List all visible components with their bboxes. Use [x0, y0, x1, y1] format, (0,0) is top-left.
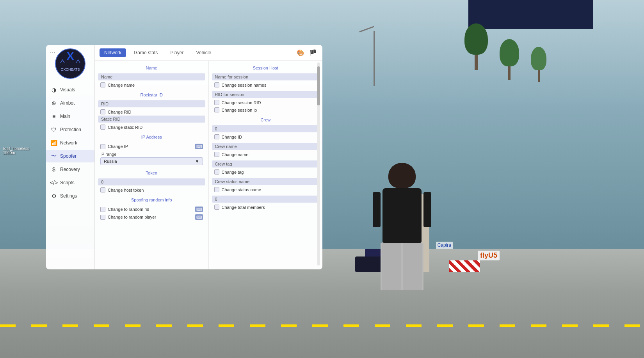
- sidebar-item-label: Spoofer: [60, 153, 76, 159]
- flyus-sign: flyU5: [478, 251, 500, 260]
- capira-sign: Capira: [436, 242, 453, 249]
- field-group-rid-session: RID for session Change session RID Chang…: [212, 91, 320, 114]
- change-session-rid-checkbox[interactable]: [214, 100, 219, 105]
- change-static-rid-row[interactable]: Change static RID: [98, 123, 205, 131]
- change-crew-status-row[interactable]: Change status name: [212, 186, 320, 193]
- total-members-field: 0: [212, 196, 320, 203]
- change-ip-label: Change IP: [108, 144, 128, 149]
- change-session-ip-row[interactable]: Change session ip: [212, 106, 320, 114]
- sidebar-item-settings[interactable]: ⚙ Settings: [46, 190, 94, 202]
- tab-vehicle[interactable]: Vehicle: [191, 48, 216, 57]
- change-crew-id-checkbox[interactable]: [214, 134, 219, 139]
- change-session-names-label: Change session names: [222, 83, 267, 87]
- svg-text:OXCHEATS: OXCHEATS: [61, 68, 80, 71]
- scrollbar-track[interactable]: [317, 62, 320, 265]
- player-distance: 1900m: [3, 151, 29, 155]
- field-group-crew-tag: Crew tag Change tag: [212, 160, 320, 176]
- change-crew-tag-checkbox[interactable]: [214, 169, 219, 175]
- field-group-ip: Change IP IP range Russia ▼: [98, 142, 205, 167]
- field-group-name: Name Change name: [98, 73, 205, 89]
- change-crew-tag-label: Change tag: [222, 170, 244, 175]
- sidebar-item-label: Scripts: [60, 180, 75, 185]
- main-content: Network Game stats Player Vehicle 🎨 🏴 Na…: [95, 45, 322, 269]
- sidebar-item-label: Visuals: [60, 87, 75, 93]
- change-name-row[interactable]: Change name: [98, 81, 205, 89]
- field-group-crew-id: 0 Change ID: [212, 125, 320, 141]
- change-total-members-checkbox[interactable]: [214, 205, 219, 210]
- sidebar-item-scripts[interactable]: </> Scripts: [46, 176, 94, 189]
- field-group-total-members: 0 Change total members: [212, 196, 320, 211]
- change-random-rid-checkbox[interactable]: [100, 207, 105, 212]
- change-ip-checkbox[interactable]: [100, 144, 105, 149]
- change-crew-tag-row[interactable]: Change tag: [212, 168, 320, 176]
- section-name-title: Name: [98, 64, 205, 72]
- road-marking: [0, 324, 644, 327]
- change-static-rid-checkbox[interactable]: [100, 125, 105, 130]
- main-icon: ≡: [51, 113, 57, 119]
- sidebar-item-main[interactable]: ≡ Main: [46, 110, 94, 123]
- change-host-token-checkbox[interactable]: [100, 187, 105, 192]
- sidebar-item-recovery[interactable]: $ Recovery: [46, 163, 94, 176]
- change-random-player-label: Change to random player: [108, 215, 156, 219]
- field-group-rid: RID Change RID Static RID Change static …: [98, 100, 205, 131]
- ip-range-value: Russia: [104, 159, 117, 164]
- change-rid-label: Change RID: [108, 110, 132, 114]
- field-group-spoof: Change to random rid Change to random pl…: [98, 205, 205, 221]
- field-group-crew-name: Crew name Change name: [212, 143, 320, 158]
- content-area: Name Name Change name Rockstar ID RID Ch…: [95, 61, 322, 269]
- tab-gamestats[interactable]: Game stats: [129, 48, 162, 57]
- sidebar-item-aimbot[interactable]: ⊕ Aimbot: [46, 97, 94, 109]
- change-crew-name-label: Change name: [222, 152, 249, 157]
- change-crew-name-checkbox[interactable]: [214, 152, 219, 157]
- flag-icon[interactable]: 🏴: [308, 48, 318, 57]
- menu-dots[interactable]: ...: [50, 48, 56, 54]
- change-host-token-row[interactable]: Change host token: [98, 186, 205, 194]
- change-ip-keyboard-icon[interactable]: [195, 144, 203, 149]
- rid-session-field: RID for session: [212, 91, 320, 98]
- sidebar-item-visuals[interactable]: ◑ Visuals: [46, 84, 94, 96]
- crew-name-field: Crew name: [212, 143, 320, 150]
- random-rid-keyboard-icon[interactable]: [195, 207, 203, 212]
- protection-icon: 🛡: [51, 126, 57, 133]
- change-random-player-row[interactable]: Change to random player: [98, 213, 205, 221]
- change-crew-id-row[interactable]: Change ID: [212, 133, 320, 141]
- change-session-rid-row[interactable]: Change session RID: [212, 99, 320, 106]
- change-session-ip-checkbox[interactable]: [214, 107, 219, 112]
- tree-group: [464, 31, 488, 70]
- visuals-icon: ◑: [51, 87, 57, 93]
- change-total-members-row[interactable]: Change total members: [212, 203, 320, 211]
- change-session-names-checkbox[interactable]: [214, 82, 219, 87]
- sidebar-item-spoofer[interactable]: 〜 Spoofer: [46, 150, 94, 162]
- ip-range-label: IP range: [100, 151, 203, 157]
- sidebar-item-protection[interactable]: 🛡 Protection: [46, 123, 94, 136]
- random-player-keyboard-icon[interactable]: [195, 214, 203, 220]
- sidebar-item-label: Main: [60, 114, 70, 119]
- network-icon: 📶: [51, 140, 57, 146]
- tab-network[interactable]: Network: [100, 48, 126, 57]
- scrollbar-thumb[interactable]: [317, 66, 320, 105]
- ip-range-dropdown[interactable]: Russia ▼: [100, 157, 203, 165]
- crew-id-field: 0: [212, 125, 320, 132]
- change-random-rid-row[interactable]: Change to random rid: [98, 205, 205, 213]
- change-crew-name-row[interactable]: Change name: [212, 151, 320, 158]
- change-random-player-checkbox[interactable]: [100, 215, 105, 220]
- change-total-members-label: Change total members: [222, 205, 265, 210]
- sidebar-item-network[interactable]: 📶 Network: [46, 137, 94, 149]
- change-rid-row[interactable]: Change RID: [98, 108, 205, 116]
- palette-icon[interactable]: 🎨: [296, 48, 305, 57]
- change-name-checkbox[interactable]: [100, 82, 105, 87]
- change-crew-status-checkbox[interactable]: [214, 187, 219, 192]
- chevron-down-icon: ▼: [195, 159, 199, 164]
- change-session-rid-label: Change session RID: [222, 100, 261, 105]
- change-host-token-label: Change host token: [108, 188, 144, 192]
- change-ip-row[interactable]: Change IP: [98, 142, 205, 150]
- section-token-title: Token: [98, 169, 205, 177]
- change-rid-checkbox[interactable]: [100, 109, 105, 114]
- change-static-rid-label: Change static RID: [108, 125, 142, 130]
- crew-tag-field: Crew tag: [212, 160, 320, 167]
- sidebar-item-label: Protection: [60, 127, 81, 132]
- player-name: Iosif_homeless: [3, 146, 29, 151]
- change-crew-id-label: Change ID: [222, 135, 242, 139]
- tab-player[interactable]: Player: [165, 48, 188, 57]
- change-session-names-row[interactable]: Change session names: [212, 81, 320, 89]
